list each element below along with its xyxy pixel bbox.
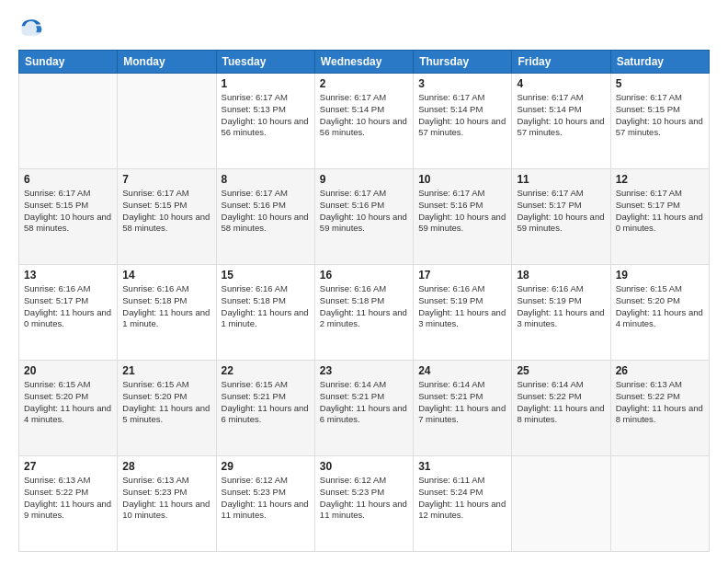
day-info: Sunrise: 6:17 AM Sunset: 5:16 PM Dayligh… — [222, 188, 310, 235]
calendar-cell: 29Sunrise: 6:12 AM Sunset: 5:23 PM Dayli… — [216, 456, 314, 552]
day-info: Sunrise: 6:11 AM Sunset: 5:24 PM Dayligh… — [418, 475, 506, 522]
calendar-cell: 5Sunrise: 6:17 AM Sunset: 5:15 PM Daylig… — [610, 74, 709, 169]
calendar-cell: 11Sunrise: 6:17 AM Sunset: 5:17 PM Dayli… — [512, 169, 610, 265]
header — [18, 15, 710, 40]
day-number: 24 — [418, 364, 506, 377]
calendar-cell: 25Sunrise: 6:14 AM Sunset: 5:22 PM Dayli… — [512, 361, 610, 456]
day-number: 26 — [616, 364, 704, 377]
calendar-week-row: 6Sunrise: 6:17 AM Sunset: 5:15 PM Daylig… — [19, 169, 710, 265]
day-number: 23 — [320, 364, 408, 377]
weekday-header-thursday: Thursday — [414, 51, 512, 74]
day-number: 17 — [418, 269, 506, 282]
day-info: Sunrise: 6:14 AM Sunset: 5:21 PM Dayligh… — [320, 379, 408, 426]
calendar-cell: 12Sunrise: 6:17 AM Sunset: 5:17 PM Dayli… — [610, 169, 709, 265]
day-info: Sunrise: 6:13 AM Sunset: 5:22 PM Dayligh… — [616, 379, 704, 426]
day-number: 2 — [320, 77, 408, 90]
calendar-cell: 19Sunrise: 6:15 AM Sunset: 5:20 PM Dayli… — [610, 265, 709, 361]
day-number: 3 — [418, 77, 506, 90]
calendar-cell: 22Sunrise: 6:15 AM Sunset: 5:21 PM Dayli… — [216, 361, 314, 456]
day-info: Sunrise: 6:12 AM Sunset: 5:23 PM Dayligh… — [222, 475, 310, 522]
calendar-cell: 28Sunrise: 6:13 AM Sunset: 5:23 PM Dayli… — [118, 456, 216, 552]
day-info: Sunrise: 6:16 AM Sunset: 5:19 PM Dayligh… — [517, 283, 605, 330]
day-number: 10 — [418, 173, 506, 186]
day-number: 28 — [122, 460, 210, 473]
weekday-header-tuesday: Tuesday — [216, 51, 314, 74]
calendar-cell: 9Sunrise: 6:17 AM Sunset: 5:16 PM Daylig… — [314, 169, 413, 265]
day-info: Sunrise: 6:17 AM Sunset: 5:15 PM Dayligh… — [24, 188, 112, 235]
day-number: 27 — [24, 460, 112, 473]
weekday-header-monday: Monday — [118, 51, 216, 74]
calendar-cell: 21Sunrise: 6:15 AM Sunset: 5:20 PM Dayli… — [118, 361, 216, 456]
calendar-cell: 15Sunrise: 6:16 AM Sunset: 5:18 PM Dayli… — [216, 265, 314, 361]
calendar-cell: 24Sunrise: 6:14 AM Sunset: 5:21 PM Dayli… — [414, 361, 512, 456]
day-info: Sunrise: 6:17 AM Sunset: 5:15 PM Dayligh… — [616, 92, 704, 139]
logo-icon — [18, 15, 44, 40]
day-number: 1 — [222, 77, 310, 90]
day-number: 18 — [517, 269, 605, 282]
day-number: 30 — [320, 460, 408, 473]
day-info: Sunrise: 6:16 AM Sunset: 5:18 PM Dayligh… — [320, 283, 408, 330]
day-info: Sunrise: 6:17 AM Sunset: 5:14 PM Dayligh… — [517, 92, 605, 139]
day-number: 16 — [320, 269, 408, 282]
day-info: Sunrise: 6:13 AM Sunset: 5:23 PM Dayligh… — [122, 475, 210, 522]
calendar-cell: 7Sunrise: 6:17 AM Sunset: 5:15 PM Daylig… — [118, 169, 216, 265]
weekday-header-saturday: Saturday — [610, 51, 709, 74]
calendar-cell: 17Sunrise: 6:16 AM Sunset: 5:19 PM Dayli… — [414, 265, 512, 361]
calendar-cell: 1Sunrise: 6:17 AM Sunset: 5:13 PM Daylig… — [216, 74, 314, 169]
day-info: Sunrise: 6:17 AM Sunset: 5:14 PM Dayligh… — [320, 92, 408, 139]
day-number: 14 — [122, 269, 210, 282]
calendar-cell: 10Sunrise: 6:17 AM Sunset: 5:16 PM Dayli… — [414, 169, 512, 265]
calendar-cell — [118, 74, 216, 169]
weekday-header-sunday: Sunday — [19, 51, 118, 74]
day-info: Sunrise: 6:17 AM Sunset: 5:16 PM Dayligh… — [320, 188, 408, 235]
calendar-week-row: 1Sunrise: 6:17 AM Sunset: 5:13 PM Daylig… — [19, 74, 710, 169]
day-info: Sunrise: 6:12 AM Sunset: 5:23 PM Dayligh… — [320, 475, 408, 522]
calendar-week-row: 27Sunrise: 6:13 AM Sunset: 5:22 PM Dayli… — [19, 456, 710, 552]
day-number: 4 — [517, 77, 605, 90]
day-number: 20 — [24, 364, 112, 377]
calendar-cell: 4Sunrise: 6:17 AM Sunset: 5:14 PM Daylig… — [512, 74, 610, 169]
calendar-cell: 2Sunrise: 6:17 AM Sunset: 5:14 PM Daylig… — [314, 74, 413, 169]
day-number: 11 — [517, 173, 605, 186]
day-info: Sunrise: 6:16 AM Sunset: 5:17 PM Dayligh… — [24, 283, 112, 330]
calendar-cell: 30Sunrise: 6:12 AM Sunset: 5:23 PM Dayli… — [314, 456, 413, 552]
day-number: 19 — [616, 269, 704, 282]
day-number: 31 — [418, 460, 506, 473]
day-info: Sunrise: 6:14 AM Sunset: 5:21 PM Dayligh… — [418, 379, 506, 426]
day-info: Sunrise: 6:17 AM Sunset: 5:16 PM Dayligh… — [418, 188, 506, 235]
day-number: 25 — [517, 364, 605, 377]
calendar-cell: 13Sunrise: 6:16 AM Sunset: 5:17 PM Dayli… — [19, 265, 118, 361]
day-number: 7 — [122, 173, 210, 186]
day-info: Sunrise: 6:17 AM Sunset: 5:13 PM Dayligh… — [222, 92, 310, 139]
calendar-cell: 31Sunrise: 6:11 AM Sunset: 5:24 PM Dayli… — [414, 456, 512, 552]
calendar-table: SundayMondayTuesdayWednesdayThursdayFrid… — [18, 50, 710, 552]
calendar-cell: 3Sunrise: 6:17 AM Sunset: 5:14 PM Daylig… — [414, 74, 512, 169]
weekday-header-wednesday: Wednesday — [314, 51, 413, 74]
day-number: 9 — [320, 173, 408, 186]
day-info: Sunrise: 6:17 AM Sunset: 5:15 PM Dayligh… — [122, 188, 210, 235]
logo — [18, 15, 48, 40]
day-number: 13 — [24, 269, 112, 282]
day-info: Sunrise: 6:15 AM Sunset: 5:21 PM Dayligh… — [222, 379, 310, 426]
day-info: Sunrise: 6:13 AM Sunset: 5:22 PM Dayligh… — [24, 475, 112, 522]
calendar-cell: 26Sunrise: 6:13 AM Sunset: 5:22 PM Dayli… — [610, 361, 709, 456]
day-info: Sunrise: 6:14 AM Sunset: 5:22 PM Dayligh… — [517, 379, 605, 426]
day-info: Sunrise: 6:15 AM Sunset: 5:20 PM Dayligh… — [616, 283, 704, 330]
day-info: Sunrise: 6:17 AM Sunset: 5:14 PM Dayligh… — [418, 92, 506, 139]
weekday-header-row: SundayMondayTuesdayWednesdayThursdayFrid… — [19, 51, 710, 74]
day-number: 8 — [222, 173, 310, 186]
day-info: Sunrise: 6:16 AM Sunset: 5:18 PM Dayligh… — [122, 283, 210, 330]
calendar-cell — [610, 456, 709, 552]
day-info: Sunrise: 6:17 AM Sunset: 5:17 PM Dayligh… — [616, 188, 704, 235]
day-info: Sunrise: 6:16 AM Sunset: 5:19 PM Dayligh… — [418, 283, 506, 330]
calendar-week-row: 13Sunrise: 6:16 AM Sunset: 5:17 PM Dayli… — [19, 265, 710, 361]
calendar-cell: 23Sunrise: 6:14 AM Sunset: 5:21 PM Dayli… — [314, 361, 413, 456]
calendar-cell: 16Sunrise: 6:16 AM Sunset: 5:18 PM Dayli… — [314, 265, 413, 361]
day-number: 29 — [222, 460, 310, 473]
calendar-cell: 20Sunrise: 6:15 AM Sunset: 5:20 PM Dayli… — [19, 361, 118, 456]
day-info: Sunrise: 6:15 AM Sunset: 5:20 PM Dayligh… — [24, 379, 112, 426]
calendar-cell: 18Sunrise: 6:16 AM Sunset: 5:19 PM Dayli… — [512, 265, 610, 361]
day-info: Sunrise: 6:17 AM Sunset: 5:17 PM Dayligh… — [517, 188, 605, 235]
day-info: Sunrise: 6:15 AM Sunset: 5:20 PM Dayligh… — [122, 379, 210, 426]
day-number: 12 — [616, 173, 704, 186]
